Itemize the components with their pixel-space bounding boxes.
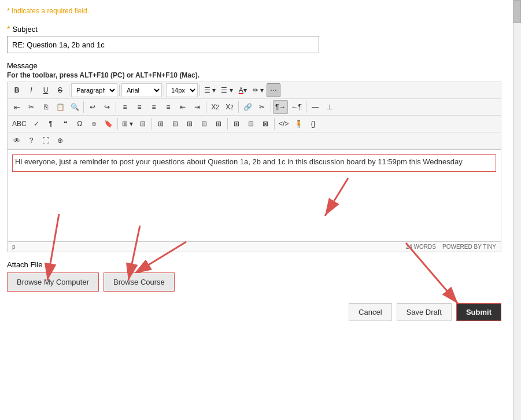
sep-4 [199, 84, 200, 96]
sep-9 [271, 101, 271, 113]
sep-12 [152, 118, 152, 130]
subject-required-star: * [7, 24, 10, 34]
table-r5-button[interactable]: ⊞ [212, 117, 226, 131]
highlight-button[interactable]: ✏ ▾ [250, 83, 266, 97]
table-button[interactable]: ⊞ ▾ [120, 117, 135, 131]
superscript-button[interactable]: X2 [208, 100, 222, 114]
sep-2 [119, 84, 120, 96]
browse-computer-button[interactable]: Browse My Computer [7, 272, 99, 292]
subject-label: Subject [12, 25, 37, 34]
sep-14 [274, 118, 275, 130]
person-button[interactable]: 🧍 [291, 117, 305, 131]
code-button[interactable]: </> [276, 117, 291, 131]
cut-button[interactable]: ✂ [24, 100, 38, 114]
outdent-button[interactable]: ⇤ [176, 100, 190, 114]
checkmark-button[interactable]: ✓ [29, 117, 43, 131]
help-button[interactable]: ? [24, 134, 38, 148]
attach-buttons: Browse My Computer Browse Course [7, 272, 501, 292]
subject-input[interactable] [7, 36, 319, 53]
save-draft-button[interactable]: Save Draft [397, 303, 452, 321]
editor-area[interactable]: Hi everyone, just a reminder to post you… [7, 149, 501, 242]
subscript-button[interactable]: X2 [223, 100, 237, 114]
quote-button[interactable]: ❝ [58, 117, 72, 131]
toolbar-hint: For the toolbar, press ALT+F10 (PC) or A… [7, 71, 501, 79]
bold-button[interactable]: B [10, 83, 24, 97]
attach-label: Attach File [7, 260, 501, 269]
editor-content[interactable]: Hi everyone, just a reminder to post you… [12, 154, 496, 172]
subject-label-row: * Subject [7, 24, 501, 34]
link-button[interactable]: 🔗 [241, 100, 254, 114]
table-r4-button[interactable]: ⊟ [197, 117, 211, 131]
emoji-button[interactable]: ☺ [87, 117, 101, 131]
align-justify-button[interactable]: ≡ [161, 100, 175, 114]
message-label: Message [7, 61, 501, 70]
omega-button[interactable]: Ω [73, 117, 87, 131]
copy-button[interactable]: ⎘ [39, 100, 53, 114]
bookmark-button[interactable]: 🔖 [102, 117, 116, 131]
strikethrough-button[interactable]: S [53, 83, 67, 97]
toolbar-row-1: B I U S Paragraph Heading 1 Heading 2 Ar… [8, 82, 501, 99]
toolbar-row-4: 👁 ? ⛶ ⊕ [8, 132, 501, 149]
align-right-button[interactable]: ≡ [147, 100, 161, 114]
paragraph-mark-button[interactable]: ¶ [44, 117, 58, 131]
add-button[interactable]: ⊕ [53, 134, 67, 148]
accessibility-button[interactable]: 👁 [10, 134, 24, 148]
required-text: * Indicates a required field. [7, 7, 89, 15]
font-color-button[interactable]: A ▾ [236, 83, 250, 97]
sep-11 [117, 118, 118, 130]
table-col1-button[interactable]: ⊞ [230, 117, 243, 131]
font-select[interactable]: Arial Times New Roman [121, 83, 162, 97]
align-left-button[interactable]: ≡ [118, 100, 132, 114]
braces-button[interactable]: {} [306, 117, 320, 131]
sep-10 [306, 101, 306, 113]
paragraph-select[interactable]: Paragraph Heading 1 Heading 2 [71, 83, 117, 97]
editor-wrapper: Hi everyone, just a reminder to post you… [7, 149, 501, 252]
table-r3-button[interactable]: ⊞ [183, 117, 197, 131]
spellcheck-button[interactable]: ABC [10, 117, 29, 131]
size-select[interactable]: 14px 10px 12px 16px 18px [166, 83, 198, 97]
sep-13 [227, 118, 228, 130]
powered-by: POWERED BY TINY [442, 244, 496, 250]
editor-footer: p 24 WORDS POWERED BY TINY [7, 242, 501, 252]
attach-section: Attach File Browse My Computer Browse Co… [7, 260, 501, 292]
sep-3 [164, 84, 164, 96]
action-buttons: Cancel Save Draft Submit [7, 303, 501, 321]
table-r1-button[interactable]: ⊞ [154, 117, 168, 131]
sep-5 [83, 101, 84, 113]
underline-button[interactable]: U [39, 83, 53, 97]
indent-button[interactable]: ⇥ [190, 100, 204, 114]
sep-6 [116, 101, 116, 113]
sep-7 [206, 101, 206, 113]
toolbar-row-3: ABC ✓ ¶ ❝ Ω ☺ 🔖 ⊞ ▾ ⊟ ⊞ ⊟ ⊞ ⊟ ⊞ ⊞ ⊟ ⊠ </… [8, 116, 501, 132]
italic-button[interactable]: I [24, 83, 38, 97]
table-col2-button[interactable]: ⊟ [244, 117, 258, 131]
cancel-button[interactable]: Cancel [349, 303, 391, 321]
toolbar-row-2: ⇤ ✂ ⎘ 📋 🔍 ↩ ↪ ≡ ≡ ≡ ≡ ⇤ ⇥ X2 X2 🔗 ✂ ¶→ ←… [8, 99, 501, 116]
rtl-button[interactable]: ←¶ [289, 100, 304, 114]
special-char-button[interactable]: ⊥ [323, 100, 337, 114]
undo-button[interactable]: ↩ [86, 100, 99, 114]
indent-out-button[interactable]: ⇤ [10, 100, 24, 114]
submit-button[interactable]: Submit [456, 303, 501, 321]
sep-8 [238, 101, 239, 113]
list-ul-button[interactable]: ☰ ▾ [202, 83, 218, 97]
editor-footer-tag: p [12, 244, 16, 250]
search-button[interactable]: 🔍 [68, 100, 82, 114]
fullscreen-button[interactable]: ⛶ [39, 134, 53, 148]
table-edit-button[interactable]: ⊟ [136, 117, 150, 131]
paste-button[interactable]: 📋 [53, 100, 67, 114]
hr-button[interactable]: — [308, 100, 322, 114]
list-ol-button[interactable]: ☰ ▾ [219, 83, 235, 97]
table-r2-button[interactable]: ⊟ [168, 117, 182, 131]
redo-button[interactable]: ↪ [100, 100, 114, 114]
unlink-button[interactable]: ✂ [255, 100, 269, 114]
ltr-button[interactable]: ¶→ [273, 100, 288, 114]
browse-course-button[interactable]: Browse Course [104, 272, 175, 292]
sep-1 [69, 84, 69, 96]
more-button[interactable]: ⋯ [267, 83, 280, 97]
word-count: 24 WORDS [406, 244, 436, 250]
required-notice: * Indicates a required field. [7, 7, 501, 15]
editor-toolbar: B I U S Paragraph Heading 1 Heading 2 Ar… [7, 82, 501, 149]
align-center-button[interactable]: ≡ [132, 100, 146, 114]
table-col3-button[interactable]: ⊠ [258, 117, 272, 131]
